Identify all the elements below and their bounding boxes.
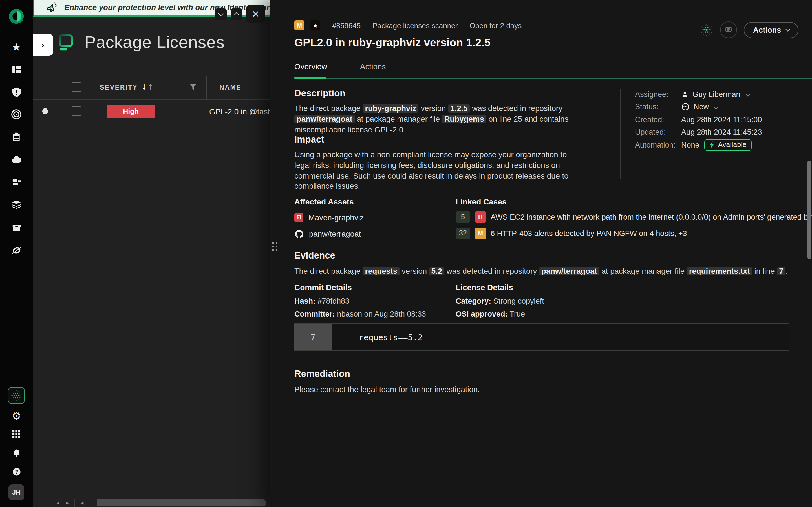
user-avatar[interactable]: JH — [8, 485, 24, 500]
actions-button[interactable]: Actions — [744, 22, 799, 38]
asset-item[interactable]: Maven-graphviz — [294, 212, 364, 223]
package-licenses-logo-icon — [58, 34, 74, 51]
settings-gear-icon[interactable]: ⚙ — [7, 407, 26, 425]
archive-icon[interactable] — [5, 216, 28, 238]
asset-item[interactable]: panw/terragoat — [294, 229, 364, 239]
row-checkbox[interactable] — [71, 107, 81, 116]
star-toggle[interactable]: ★ — [310, 20, 320, 31]
compliance-clipboard-icon[interactable] — [5, 126, 28, 148]
remediation-text: Please contact the legal team for furthe… — [294, 385, 480, 395]
assignee-label: Assignee: — [635, 90, 681, 98]
case-info-panel: Assignee: Guy Liberman Status: New Creat… — [635, 90, 762, 149]
description-text: The direct package ruby-graphviz version… — [294, 104, 579, 135]
sidebar-expand-button[interactable]: › — [33, 34, 53, 56]
scroll-right-icon[interactable]: ▸ — [63, 500, 72, 506]
ai-sonar-icon[interactable] — [700, 23, 714, 37]
chevron-down-icon — [714, 105, 719, 109]
scroll-left-icon[interactable]: ◂ — [53, 500, 63, 506]
shield-alert-icon[interactable] — [5, 80, 28, 103]
remediation-heading: Remediation — [294, 369, 480, 379]
column-divider — [206, 76, 207, 98]
automation-label: Automation: — [635, 140, 681, 149]
info-divider — [620, 89, 621, 179]
github-icon — [294, 229, 304, 238]
updated-value: Aug 28th 2024 11:45:23 — [681, 128, 762, 136]
divider — [366, 21, 367, 30]
sidebar: ★ — [0, 0, 33, 507]
impact-heading: Impact — [294, 134, 583, 145]
column-divider — [89, 76, 89, 98]
severity-badge: High — [107, 105, 155, 118]
unread-dot — [42, 108, 48, 114]
svg-text:?: ? — [15, 469, 18, 474]
layers-icon[interactable] — [5, 193, 28, 216]
tab-overview[interactable]: Overview — [294, 62, 327, 78]
favorites-star-icon[interactable]: ★ — [5, 36, 28, 58]
case-id: #859645 — [332, 21, 361, 30]
chat-icon — [725, 26, 733, 34]
linked-cases-heading: Linked Cases — [456, 197, 812, 206]
sort-icon[interactable]: ↓↑ — [141, 83, 154, 91]
severity-high-chip: H — [475, 211, 486, 223]
target-icon[interactable] — [5, 103, 28, 126]
created-label: Created: — [635, 115, 681, 124]
license-details-heading: License Details — [456, 283, 544, 292]
tab-underline — [294, 78, 812, 79]
apps-grid-icon[interactable] — [7, 425, 26, 443]
status-new-icon — [681, 103, 690, 111]
license-osi: OSI approved: True — [456, 310, 544, 318]
scrollbar-thumb[interactable] — [97, 499, 266, 506]
megaphone-icon — [46, 1, 58, 14]
divider — [326, 21, 326, 30]
banner-prev-button[interactable] — [215, 8, 227, 20]
chevron-down-icon — [745, 92, 750, 97]
orca-logo[interactable] — [8, 8, 25, 25]
automation-value: None — [681, 140, 700, 149]
linked-case-item[interactable]: 5 H AWS EC2 instance with network path f… — [456, 211, 812, 223]
drawer-resize-handle[interactable] — [272, 242, 277, 251]
vertical-scrollbar-thumb[interactable] — [808, 161, 811, 259]
case-detail-drawer: M ★ #859645 Package licenses scanner Ope… — [269, 0, 812, 507]
scroll-left-icon[interactable]: ◂ — [77, 500, 87, 506]
cloud-icon[interactable] — [5, 148, 28, 171]
select-all-checkbox[interactable] — [71, 82, 81, 92]
code-line-number: 7 — [294, 324, 332, 350]
severity-medium-badge: M — [294, 20, 305, 31]
impact-text: Using a package with a non-compliant lic… — [294, 150, 583, 192]
status-label: Status: — [635, 103, 681, 111]
tab-actions[interactable]: Actions — [360, 62, 386, 78]
shift-left-icon[interactable] — [5, 238, 28, 261]
created-value: Aug 28th 2024 11:15:00 — [681, 115, 762, 124]
status-dropdown[interactable]: New — [681, 103, 718, 111]
active-tab-indicator — [294, 76, 326, 79]
case-title: GPL2.0 in ruby-graphviz version 1.2.5 — [294, 36, 491, 49]
inventory-blocks-icon[interactable] — [5, 171, 28, 193]
assignee-dropdown[interactable]: Guy Liberman — [681, 90, 749, 98]
commit-committer: Committer: nbason on Aug 28th 08:33 — [294, 310, 426, 318]
description-heading: Description — [294, 88, 579, 99]
ai-sonar-icon[interactable] — [8, 387, 25, 404]
dashboard-icon[interactable] — [5, 58, 28, 80]
automation-available-button[interactable]: Available — [705, 139, 752, 151]
person-icon — [681, 91, 689, 98]
chevron-right-icon: › — [42, 40, 45, 50]
code-line: requests==5.2 — [332, 324, 423, 350]
close-icon: ✕ — [252, 8, 260, 19]
code-snippet: 7 requests==5.2 — [294, 323, 790, 351]
name-column-header[interactable]: NAME — [219, 83, 241, 91]
case-source: Package licenses scanner — [372, 21, 458, 30]
linked-case-item[interactable]: 32 M 6 HTTP-403 alerts detected by PAN N… — [456, 228, 812, 239]
chevron-down-icon — [785, 27, 790, 32]
case-count-badge: 32 — [456, 228, 470, 239]
comments-button[interactable] — [720, 21, 737, 38]
evidence-heading: Evidence — [294, 250, 802, 261]
app-window: ★ — [0, 0, 812, 507]
banner-close-button[interactable]: ✕ — [246, 4, 265, 23]
chevron-down-icon — [218, 11, 223, 16]
notifications-bell-icon[interactable] — [7, 444, 26, 462]
banner-next-button[interactable] — [231, 8, 243, 20]
filter-funnel-icon[interactable] — [190, 83, 197, 91]
help-icon[interactable]: ? — [7, 462, 26, 481]
updated-label: Updated: — [635, 128, 681, 136]
severity-column-header[interactable]: SEVERITY — [100, 83, 138, 91]
